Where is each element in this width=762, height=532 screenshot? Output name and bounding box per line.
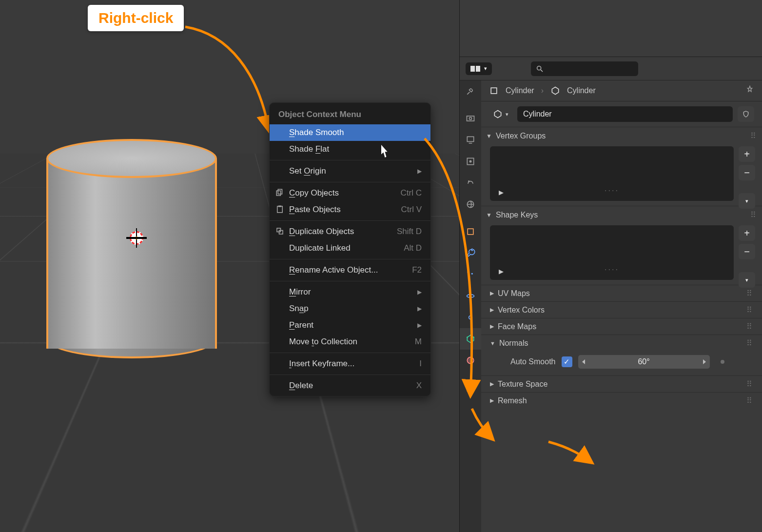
tab-physics[interactable]: [460, 285, 481, 307]
animate-dot-icon[interactable]: [721, 360, 724, 364]
menu-duplicate-objects[interactable]: Duplicate Objects Shift D: [270, 223, 430, 240]
shield-icon: [742, 110, 750, 118]
svg-rect-0: [278, 189, 282, 194]
specials-menu-button[interactable]: ▾: [739, 193, 755, 209]
menu-parent[interactable]: Parent▶: [270, 317, 430, 334]
resize-dots-icon[interactable]: ····: [605, 186, 619, 195]
menu-mirror[interactable]: Mirror▶: [270, 284, 430, 300]
shape-keys-list[interactable]: ▶ ····: [490, 225, 734, 280]
vertex-groups-list[interactable]: ▶ ····: [490, 146, 734, 201]
tab-particles[interactable]: [460, 264, 481, 285]
menu-duplicate-linked[interactable]: Duplicate Linked Alt D: [270, 240, 430, 256]
menu-shortcut: Alt D: [404, 243, 422, 253]
menu-set-origin[interactable]: Set Origin▶: [270, 163, 430, 179]
tab-world[interactable]: [460, 194, 481, 215]
mesh-data-icon: [550, 86, 560, 96]
section-uv-maps[interactable]: ▶ UV Maps ⠿: [481, 285, 762, 301]
expand-icon[interactable]: ▶: [499, 189, 504, 196]
auto-smooth-checkbox[interactable]: ✓: [562, 356, 572, 367]
menu-separator: [270, 160, 430, 160]
resize-dots-icon[interactable]: ····: [605, 265, 619, 274]
add-button[interactable]: +: [739, 225, 755, 241]
svg-rect-28: [467, 384, 470, 388]
tab-scene[interactable]: [460, 172, 481, 194]
svg-line-9: [541, 70, 543, 72]
specials-menu-button[interactable]: ▾: [739, 272, 755, 288]
tab-mesh-data[interactable]: [460, 328, 481, 350]
pin-icon[interactable]: [745, 85, 754, 96]
fake-user-button[interactable]: [738, 106, 754, 122]
tab-output[interactable]: [460, 129, 481, 151]
remove-button[interactable]: −: [739, 165, 755, 180]
svg-rect-10: [467, 116, 474, 121]
drag-dots-icon[interactable]: ⠿: [746, 305, 753, 315]
menu-shade-flat[interactable]: Shade Flat: [270, 141, 430, 158]
tab-texture[interactable]: [460, 377, 481, 398]
drag-dots-icon[interactable]: ⠿: [750, 210, 757, 219]
properties-search-input[interactable]: [531, 61, 638, 76]
menu-shortcut: Ctrl V: [401, 205, 422, 215]
menu-snap[interactable]: Snap▶: [270, 300, 430, 317]
menu-paste-objects[interactable]: Paste Objects Ctrl V: [270, 201, 430, 218]
expand-icon[interactable]: ▶: [499, 268, 504, 275]
drag-dots-icon[interactable]: ⠿: [746, 322, 753, 331]
section-title: Face Maps: [498, 322, 536, 331]
tab-view-layer[interactable]: [460, 151, 481, 172]
cylinder-body: [46, 158, 217, 349]
menu-move-to-collection[interactable]: Move to Collection M: [270, 334, 430, 350]
drag-dots-icon[interactable]: ⠿: [746, 289, 753, 298]
svg-point-24: [473, 336, 474, 338]
menu-shortcut: M: [415, 337, 422, 347]
add-button[interactable]: +: [739, 146, 755, 162]
menu-separator: [270, 374, 430, 375]
section-normals[interactable]: ▼ Normals ⠿: [481, 335, 762, 351]
object-context-menu: Object Context Menu Shade Smooth Shade F…: [269, 102, 431, 396]
svg-rect-30: [491, 88, 497, 94]
svg-rect-1: [276, 191, 280, 196]
remove-button[interactable]: −: [739, 244, 755, 259]
section-vertex-groups[interactable]: ▼ Vertex Groups ⠿: [481, 127, 762, 144]
section-shape-keys[interactable]: ▼ Shape Keys ⠿: [481, 206, 762, 223]
svg-point-21: [469, 295, 472, 297]
tab-object[interactable]: [460, 221, 481, 242]
svg-point-19: [471, 273, 473, 275]
menu-rename-active[interactable]: Rename Active Object... F2: [270, 262, 430, 278]
tab-render[interactable]: [460, 108, 481, 129]
svg-point-20: [469, 276, 470, 277]
drag-dots-icon[interactable]: ⠿: [746, 379, 753, 389]
copy-icon: [275, 188, 285, 198]
svg-rect-3: [278, 206, 281, 207]
menu-shortcut: X: [416, 381, 422, 391]
svg-point-8: [537, 66, 541, 70]
section-face-maps[interactable]: ▶ Face Maps ⠿: [481, 318, 762, 335]
tab-constraints[interactable]: [460, 307, 481, 328]
breadcrumb-object[interactable]: Cylinder: [506, 86, 534, 95]
section-vertex-colors[interactable]: ▶ Vertex Colors ⠿: [481, 301, 762, 318]
breadcrumb-data[interactable]: Cylinder: [567, 86, 596, 95]
svg-rect-7: [476, 66, 480, 72]
mesh-datablock-dropdown[interactable]: ▾: [489, 107, 512, 121]
section-remesh[interactable]: ▶ Remesh ⠿: [481, 392, 762, 409]
menu-insert-keyframe[interactable]: Insert Keyframe... I: [270, 355, 430, 372]
drag-dots-icon[interactable]: ⠿: [746, 338, 753, 348]
tab-tool[interactable]: [460, 80, 481, 102]
menu-shortcut: Ctrl C: [401, 188, 422, 198]
section-texture-space[interactable]: ▶ Texture Space ⠿: [481, 375, 762, 392]
disclosure-triangle-icon: ▼: [490, 340, 495, 346]
mesh-name-input[interactable]: Cylinder: [517, 106, 733, 122]
drag-dots-icon[interactable]: ⠿: [746, 396, 753, 405]
tab-modifiers[interactable]: [460, 242, 481, 264]
drag-dots-icon[interactable]: ⠿: [750, 131, 757, 140]
viewport-3d[interactable]: Right-click Object Context Menu Shade Sm…: [0, 0, 459, 532]
display-dropdown[interactable]: ▾: [466, 62, 492, 75]
auto-smooth-angle-input[interactable]: 60°: [578, 355, 710, 369]
svg-point-14: [469, 160, 472, 163]
auto-smooth-label: Auto Smooth: [510, 357, 556, 366]
svg-point-23: [470, 335, 471, 336]
section-title: Shape Keys: [496, 211, 538, 219]
menu-delete[interactable]: Delete X: [270, 377, 430, 394]
tab-material[interactable]: [460, 350, 481, 371]
menu-copy-objects[interactable]: Copy Objects Ctrl C: [270, 185, 430, 201]
menu-shade-smooth[interactable]: Shade Smooth: [270, 124, 430, 141]
3d-cursor-icon: [125, 227, 148, 249]
